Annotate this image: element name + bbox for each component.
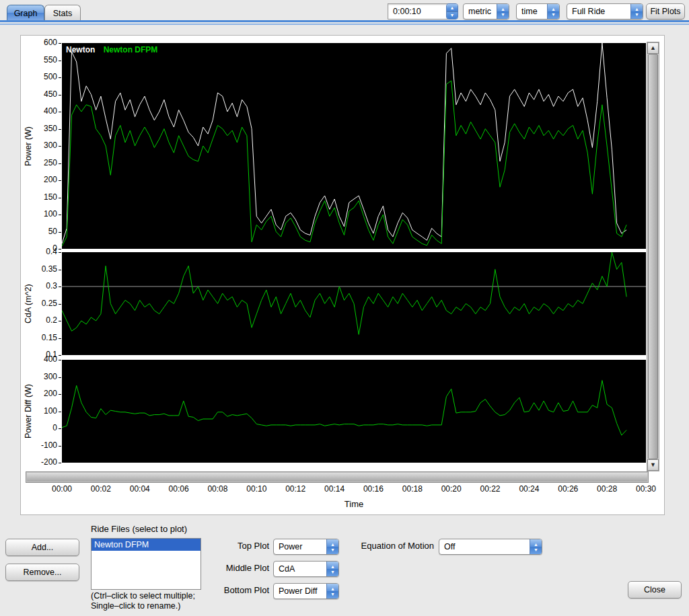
x-axis-title: Time: [62, 499, 646, 509]
plot-legend: Newton Newton DFPM: [66, 45, 164, 54]
middle-plot-select[interactable]: CdA ▲▼: [273, 561, 339, 577]
add-button[interactable]: Add...: [5, 539, 79, 556]
list-item[interactable]: Newton DFPM: [92, 539, 201, 551]
fit-plots-button[interactable]: Fit Plots: [646, 3, 685, 20]
combo-arrows-icon: ▲▼: [630, 4, 643, 19]
power-plot-canvas: [62, 43, 646, 249]
horizontal-scrollbar[interactable]: [26, 471, 649, 483]
top-plot-value: Power: [274, 539, 326, 554]
equation-of-motion-label: Equation of Motion: [350, 539, 434, 553]
power-diff-plot-canvas: [62, 360, 646, 463]
close-button[interactable]: Close: [628, 581, 682, 599]
tab-graph[interactable]: Graph: [7, 5, 44, 21]
stepper-down-icon[interactable]: ▼: [447, 11, 458, 20]
cda-plot[interactable]: [62, 252, 646, 355]
scroll-up-icon[interactable]: ▲: [647, 42, 659, 54]
combo-arrows-icon: ▲▼: [326, 562, 338, 576]
power-plot[interactable]: Newton Newton DFPM: [62, 43, 646, 249]
bottom-plot-label: Bottom Plot: [215, 583, 269, 598]
top-plot-label: Top Plot: [222, 539, 269, 553]
app-window: Graph Stats 0:00:10 ▲ ▼ metric ▲▼ time ▲…: [0, 0, 689, 616]
series-newton-dfpm: [62, 252, 626, 334]
interval-field[interactable]: 0:00:10: [388, 3, 450, 20]
tab-underline: [0, 20, 689, 22]
xaxis-value: time: [517, 4, 547, 19]
remove-button[interactable]: Remove...: [5, 564, 79, 581]
middle-plot-label: Middle Plot: [215, 561, 269, 576]
ride-files-note-line2: Single–click to rename.): [91, 601, 180, 611]
bottom-plot-select[interactable]: Power Diff ▲▼: [273, 583, 339, 599]
combo-arrows-icon: ▲▼: [547, 4, 559, 19]
vertical-scrollbar-thumb[interactable]: [648, 54, 658, 459]
equation-of-motion-value: Off: [439, 539, 530, 554]
series-newton: [62, 43, 626, 243]
bottom-plot-value: Power Diff: [274, 584, 326, 599]
units-select[interactable]: metric ▲▼: [463, 3, 509, 20]
range-value: Full Ride: [567, 4, 630, 19]
tab-underline-secondary: [0, 24, 689, 25]
interval-value: 0:00:10: [393, 7, 421, 16]
tab-stats[interactable]: Stats: [44, 5, 81, 21]
ride-files-list[interactable]: Newton DFPM: [91, 538, 201, 590]
units-value: metric: [464, 4, 497, 19]
interval-stepper[interactable]: ▲ ▼: [446, 3, 458, 20]
middle-plot-value: CdA: [274, 562, 326, 576]
combo-arrows-icon: ▲▼: [530, 539, 542, 554]
horizontal-scrollbar-thumb[interactable]: [27, 473, 647, 482]
power-axis-title: Power (W): [23, 43, 34, 249]
series-power-diff: [62, 381, 626, 436]
legend-newton-dfpm: Newton DFPM: [104, 45, 158, 54]
ride-files-note-line1: (Ctrl–click to select multiple;: [91, 591, 195, 601]
vertical-scrollbar[interactable]: ▲ ▼: [647, 42, 659, 471]
stepper-up-icon[interactable]: ▲: [447, 4, 458, 11]
ride-files-label: Ride Files (select to plot): [91, 522, 187, 537]
equation-of-motion-select[interactable]: Off ▲▼: [439, 539, 542, 555]
combo-arrows-icon: ▲▼: [497, 4, 509, 19]
legend-newton: Newton: [66, 45, 95, 54]
combo-arrows-icon: ▲▼: [326, 539, 338, 554]
range-select[interactable]: Full Ride ▲▼: [567, 3, 643, 20]
power-diff-plot[interactable]: [62, 360, 646, 463]
cda-axis-title: CdA (m^2): [23, 252, 34, 355]
scroll-down-icon[interactable]: ▼: [647, 459, 659, 471]
diff-axis-title: Power Diff (W): [23, 360, 34, 463]
combo-arrows-icon: ▲▼: [326, 584, 338, 599]
cda-plot-canvas: [62, 252, 646, 355]
xaxis-select[interactable]: time ▲▼: [516, 3, 560, 20]
top-plot-select[interactable]: Power ▲▼: [273, 539, 339, 555]
series-newton-dfpm: [62, 81, 626, 246]
